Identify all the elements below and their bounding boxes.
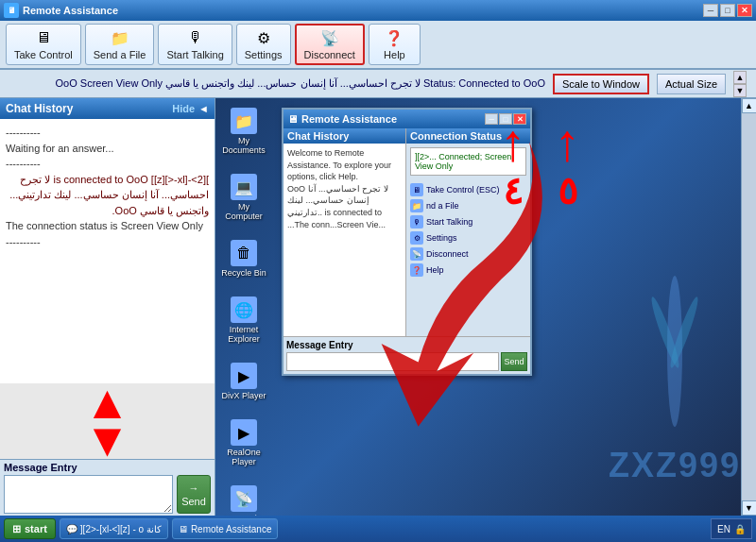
inner-chat-header: Chat History [284, 128, 405, 144]
divx-icon[interactable]: ▶ DivX Player [220, 363, 267, 400]
number-4: ٤ [503, 169, 523, 212]
take-control-label: Take Control [14, 49, 73, 60]
minimize-button[interactable]: ─ [703, 4, 718, 17]
restore-button[interactable]: □ [720, 4, 735, 17]
language-indicator: EN [717, 524, 730, 534]
chat-history-title: Chat History [6, 102, 172, 115]
inner-send-button[interactable]: Send [501, 352, 527, 371]
numbering-arrows: ↑ ٤ ↑ ٥ [500, 117, 580, 212]
inner-help-label: Help [426, 265, 444, 275]
inner-help-button[interactable]: ❓ Help [410, 263, 526, 277]
start-label: start [25, 523, 47, 534]
tray-icon: 🔒 [734, 524, 746, 534]
message-input[interactable] [4, 475, 173, 514]
chat-history-content: ---------- Waiting for an answer... ----… [0, 119, 215, 383]
ie-img: 🌐 [231, 296, 257, 323]
start-talking-button[interactable]: 🎙 Start Talking [158, 24, 232, 65]
inner-message-row: Send [286, 352, 527, 371]
start-talking-icon: 🎙 [186, 28, 205, 47]
taskbar-item-remote-assistance[interactable]: 🖥 Remote Assistance [172, 518, 279, 539]
title-bar: 🖥 Remote Assistance ─ □ ✕ [0, 0, 756, 21]
my-computer-icon[interactable]: 💻 My Computer [220, 174, 267, 221]
chat-connected-msg: ][2>-[xl-<][z]] is connected to OoO لا ت… [6, 172, 209, 219]
scroll-down-button[interactable]: ▼ [742, 500, 757, 516]
recycle-bin-label: Recycle Bin [221, 268, 266, 278]
inner-message-label: Message Entry [286, 340, 353, 350]
settings-label: Settings [245, 49, 283, 60]
realplayer-icon[interactable]: ▶ RealOne Player [220, 419, 267, 466]
my-documents-label: My Documents [220, 136, 267, 155]
chat-panel: Chat History Hide ◄ ---------- Waiting f… [0, 98, 215, 516]
scroll-up-button[interactable]: ▲ [742, 98, 757, 113]
send-label: Send [181, 496, 206, 507]
send-button[interactable]: → Send [177, 475, 211, 514]
taskbar-tray: EN 🔒 [711, 518, 752, 539]
message-input-row: → Send [4, 475, 211, 514]
toolbar: 🖥 Take Control 📁 Send a File 🎙 Start Tal… [0, 21, 756, 70]
close-button[interactable]: ✕ [737, 4, 752, 17]
ie-label: Internet Explorer [220, 325, 267, 344]
logo-area: ZXZ999 [618, 117, 731, 495]
scroll-down-button[interactable]: ▼ [733, 84, 747, 97]
desktop-area: 📁 My Documents 💻 My Computer 🗑 Recycle B… [215, 98, 741, 516]
inner-minimize-button[interactable]: ─ [485, 113, 498, 125]
message-entry-area: Message Entry → Send [0, 459, 215, 516]
arrow-5-group: ↑ ٥ [555, 117, 581, 212]
inner-title-bar: 🖥 Remote Assistance ─ □ ✕ [284, 110, 530, 128]
inner-message-input[interactable] [286, 352, 499, 371]
inner-start-talking-button[interactable]: 🎙 Start Talking [410, 215, 526, 229]
settings-icon: ⚙ [254, 28, 273, 47]
inner-help-icon: ❓ [410, 263, 423, 277]
scrollbar-right[interactable]: ▲ ▼ [733, 71, 748, 97]
start-button[interactable]: ⊞ start [4, 518, 56, 539]
chat-divider-3: ---------- [6, 234, 209, 250]
inner-start-talking-icon: 🎙 [410, 215, 423, 229]
inner-app-icon: 🖥 [287, 113, 298, 125]
recycle-bin-icon[interactable]: 🗑 Recycle Bin [220, 240, 267, 278]
inner-send-file-label: nd a File [426, 201, 459, 211]
recycle-bin-img: 🗑 [231, 240, 257, 266]
send-arrow-icon: → [189, 483, 199, 494]
logo-text: ZXZ999 [609, 446, 741, 485]
app-icon: 🖥 [4, 3, 19, 18]
status-bar: Status: Connected to OoO لا تجرح احساسي.… [0, 70, 756, 98]
divx-label: DivX Player [221, 391, 266, 400]
taskbar-ra-label: Remote Assistance [191, 524, 272, 534]
send-file-button[interactable]: 📁 Send a File [85, 24, 155, 65]
number-5: ٥ [558, 169, 577, 212]
inner-take-control-icon: 🖥 [410, 183, 423, 196]
main-scrollbar[interactable]: ▲ ▼ [741, 98, 756, 516]
scroll-up-button[interactable]: ▲ [733, 71, 747, 84]
disconnect-label: Disconnect [304, 49, 355, 60]
inner-settings-icon: ⚙ [410, 231, 423, 245]
ie-icon[interactable]: 🌐 Internet Explorer [220, 296, 267, 344]
inner-settings-label: Settings [426, 233, 457, 243]
disconnect-button[interactable]: 📡 Disconnect [295, 24, 365, 65]
scissors-decoration [637, 257, 713, 446]
settings-button[interactable]: ⚙ Settings [236, 24, 291, 65]
kazaa-icon[interactable]: 📡 Kazaa Lite ++ [220, 485, 267, 516]
chat-hide-button[interactable]: Hide [172, 103, 195, 114]
taskbar-item-chat[interactable]: 💬 ][2>-[xl-<][z] - o كانة [60, 518, 168, 539]
inner-disconnect-label: Disconnect [426, 249, 469, 259]
disconnect-icon: 📡 [320, 29, 339, 47]
chat-divider-1: ---------- [6, 125, 209, 141]
my-documents-icon[interactable]: 📁 My Documents [220, 108, 267, 155]
inner-disconnect-button[interactable]: 📡 Disconnect [410, 247, 526, 261]
kazaa-img: 📡 [231, 485, 257, 512]
inner-chat-column: Chat History Welcome to Remote Assistanc… [284, 128, 406, 336]
inner-settings-button[interactable]: ⚙ Settings [410, 231, 526, 245]
scale-to-window-button[interactable]: Scale to Window [553, 74, 649, 94]
my-computer-label: My Computer [220, 202, 267, 221]
divx-img: ▶ [231, 363, 257, 389]
help-button[interactable]: ❓ Help [369, 24, 421, 65]
taskbar: ⊞ start 💬 ][2>-[xl-<][z] - o كانة 🖥 Remo… [0, 516, 756, 542]
chat-collapse-icon[interactable]: ◄ [198, 103, 209, 114]
taskbar-chat-label: ][2>-[xl-<][z] - o كانة [80, 524, 162, 534]
inner-disconnect-icon: 📡 [410, 247, 423, 261]
actual-size-button[interactable]: Actual Size [657, 74, 726, 94]
take-control-button[interactable]: 🖥 Take Control [6, 24, 81, 65]
main-area: Chat History Hide ◄ ---------- Waiting f… [0, 98, 756, 516]
resize-arrow-area: ▲ ▼ [0, 383, 215, 459]
arrow-down-icon: ▼ [84, 421, 131, 459]
